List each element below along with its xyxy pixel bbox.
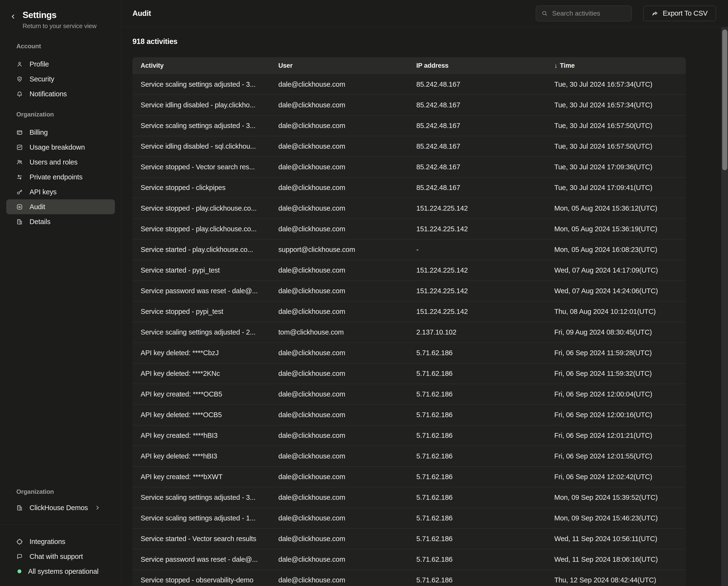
users-icon xyxy=(16,159,23,166)
sidebar-item-notifications[interactable]: Notifications xyxy=(6,87,115,101)
sidebar-item-api-keys[interactable]: API keys xyxy=(6,185,115,199)
table-row[interactable]: Service stopped - play.clickhouse.co...d… xyxy=(132,219,686,239)
shield-check-icon xyxy=(16,76,23,82)
table-row[interactable]: Service scaling settings adjusted - 1...… xyxy=(132,508,686,528)
cell-ip: 5.71.62.186 xyxy=(416,514,554,522)
table-row[interactable]: Service started - pypi_testdale@clickhou… xyxy=(132,260,686,280)
table-row[interactable]: API key deleted: ****CbzJdale@clickhouse… xyxy=(132,342,686,363)
table-row[interactable]: Service started - play.clickhouse.co...s… xyxy=(132,239,686,260)
search-box xyxy=(536,5,632,21)
table-row[interactable]: Service idling disabled - play.clickho..… xyxy=(132,95,686,115)
cell-user: dale@clickhouse.com xyxy=(278,101,416,109)
column-header-ip[interactable]: IP address xyxy=(416,62,554,69)
section-label-organization-switcher: Organization xyxy=(0,488,121,495)
table-row[interactable]: Service stopped - Vector search res...da… xyxy=(132,156,686,177)
puzzle-icon xyxy=(16,538,23,545)
audit-table: Activity User IP address ↓ Time Service … xyxy=(132,57,686,586)
back-button[interactable] xyxy=(10,14,16,20)
system-status-item[interactable]: All systems operational xyxy=(6,564,115,579)
chat-bubble-icon xyxy=(16,553,23,560)
sidebar-item-usage-breakdown[interactable]: Usage breakdown xyxy=(6,140,115,155)
table-row[interactable]: API key deleted: ****hBI3dale@clickhouse… xyxy=(132,446,686,466)
cell-ip: 5.71.62.186 xyxy=(416,349,554,357)
cell-ip: 5.71.62.186 xyxy=(416,432,554,439)
sort-desc-icon: ↓ xyxy=(554,62,557,69)
table-row[interactable]: API key created: ****bXWTdale@clickhouse… xyxy=(132,466,686,487)
table-row[interactable]: API key created: ****hBI3dale@clickhouse… xyxy=(132,425,686,446)
cell-activity: Service stopped - Vector search res... xyxy=(132,163,278,171)
cell-time: Tue, 30 Jul 2024 16:57:50(UTC) xyxy=(554,122,686,130)
cell-activity: Service stopped - play.clickhouse.co... xyxy=(132,225,278,233)
cell-activity: Service started - pypi_test xyxy=(132,266,278,274)
table-row[interactable]: Service idling disabled - sql.clickhou..… xyxy=(132,136,686,156)
sidebar-item-billing[interactable]: Billing xyxy=(6,125,115,140)
table-row[interactable]: Service scaling settings adjusted - 3...… xyxy=(132,115,686,136)
cell-activity: Service stopped - play.clickhouse.co... xyxy=(132,204,278,212)
cell-activity: Service started - play.clickhouse.co... xyxy=(132,246,278,253)
cell-ip: 5.71.62.186 xyxy=(416,411,554,419)
chevron-left-icon xyxy=(10,14,16,20)
table-row[interactable]: Service scaling settings adjusted - 3...… xyxy=(132,74,686,95)
audit-content: 918 activities Activity User IP address … xyxy=(122,37,728,586)
cell-user: dale@clickhouse.com xyxy=(278,452,416,460)
sidebar-item-integrations[interactable]: Integrations xyxy=(6,534,115,549)
cell-ip: 5.71.62.186 xyxy=(416,370,554,377)
cell-user: dale@clickhouse.com xyxy=(278,184,416,192)
column-header-time[interactable]: ↓ Time xyxy=(554,62,686,69)
cell-time: Fri, 09 Aug 2024 08:30:45(UTC) xyxy=(554,328,686,336)
column-header-activity[interactable]: Activity xyxy=(132,62,278,69)
status-ok-dot xyxy=(18,569,21,573)
table-row[interactable]: API key created: ****OCB5dale@clickhouse… xyxy=(132,384,686,405)
column-header-time-label: Time xyxy=(560,62,575,69)
table-row[interactable]: API key deleted: ****OCB5dale@clickhouse… xyxy=(132,405,686,425)
table-row[interactable]: Service password was reset - dale@...dal… xyxy=(132,280,686,301)
table-row[interactable]: Service stopped - pypi_testdale@clickhou… xyxy=(132,301,686,322)
table-row[interactable]: API key deleted: ****2KNcdale@clickhouse… xyxy=(132,363,686,384)
cell-user: dale@clickhouse.com xyxy=(278,493,416,502)
table-row[interactable]: Service scaling settings adjusted - 3...… xyxy=(132,487,686,508)
cell-ip: 85.242.48.167 xyxy=(416,184,554,192)
cell-ip: 5.71.62.186 xyxy=(416,576,554,584)
table-row[interactable]: Service stopped - observability-demodale… xyxy=(132,570,686,586)
building-icon xyxy=(16,219,23,225)
cell-time: Wed, 07 Aug 2024 14:24:06(UTC) xyxy=(554,287,686,295)
cell-user: dale@clickhouse.com xyxy=(278,390,416,398)
organization-switcher[interactable]: ClickHouse Demos xyxy=(6,500,115,515)
search-input[interactable] xyxy=(552,9,626,17)
table-row[interactable]: Service stopped - clickpipesdale@clickho… xyxy=(132,177,686,198)
main-header: Audit Export To CSV xyxy=(122,0,728,27)
scrollbar-track[interactable] xyxy=(721,27,728,586)
sidebar-item-chat-with-support[interactable]: Chat with support xyxy=(6,549,115,564)
table-row[interactable]: Service stopped - play.clickhouse.co...d… xyxy=(132,198,686,219)
table-row[interactable]: Service password was reset - dale@...dal… xyxy=(132,549,686,570)
column-header-user[interactable]: User xyxy=(278,62,416,69)
key-icon xyxy=(16,189,23,195)
sidebar-item-label: Users and roles xyxy=(29,158,78,166)
sidebar-item-profile[interactable]: Profile xyxy=(6,57,115,72)
table-row[interactable]: Service scaling settings adjusted - 2...… xyxy=(132,322,686,342)
sidebar-item-users-and-roles[interactable]: Users and roles xyxy=(6,155,115,170)
cell-time: Mon, 05 Aug 2024 15:36:19(UTC) xyxy=(554,225,686,233)
scrollbar-thumb[interactable] xyxy=(722,29,727,170)
cell-activity: Service stopped - observability-demo xyxy=(132,576,278,584)
sidebar-item-audit[interactable]: Audit xyxy=(6,199,115,214)
cell-ip: 151.224.225.142 xyxy=(416,204,554,212)
sidebar-item-label: Integrations xyxy=(29,538,65,546)
cell-ip: 2.137.10.102 xyxy=(416,328,554,336)
cell-activity: Service scaling settings adjusted - 3... xyxy=(132,122,278,130)
sidebar-item-private-endpoints[interactable]: Private endpoints xyxy=(6,170,115,185)
activities-count: 918 activities xyxy=(132,37,728,46)
sidebar-item-security[interactable]: Security xyxy=(6,72,115,87)
cell-activity: Service scaling settings adjusted - 2... xyxy=(132,328,278,336)
cell-ip: 85.242.48.167 xyxy=(416,101,554,109)
cell-time: Tue, 30 Jul 2024 16:57:34(UTC) xyxy=(554,80,686,89)
cell-time: Wed, 11 Sep 2024 10:56:11(UTC) xyxy=(554,535,686,543)
sidebar-item-details[interactable]: Details xyxy=(6,214,115,229)
cell-activity: Service password was reset - dale@... xyxy=(132,556,278,563)
table-row[interactable]: Service started - Vector search resultsd… xyxy=(132,528,686,549)
cell-activity: API key created: ****OCB5 xyxy=(132,390,278,398)
export-csv-button[interactable]: Export To CSV xyxy=(643,6,716,21)
sidebar-title: Settings xyxy=(23,9,97,21)
sidebar-footer: Integrations Chat with support All syste… xyxy=(0,524,121,586)
cell-user: dale@clickhouse.com xyxy=(278,122,416,130)
